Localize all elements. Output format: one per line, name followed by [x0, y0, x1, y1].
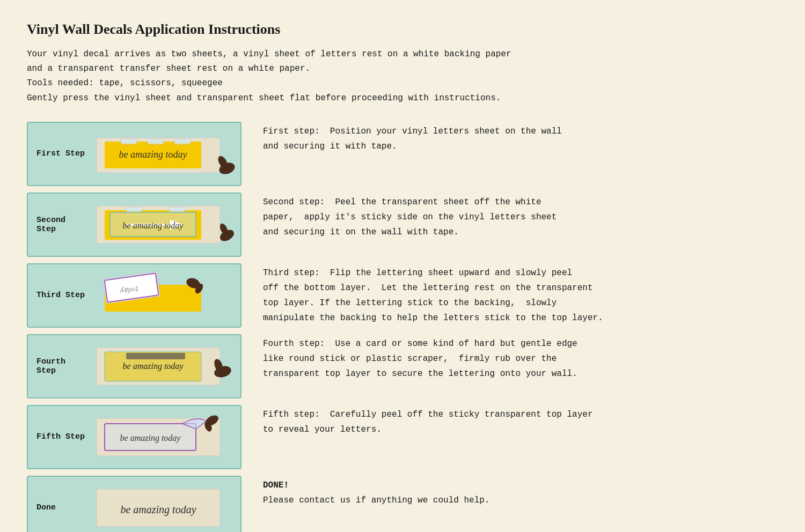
step-1-text: First step: Position your vinyl letters … — [263, 122, 778, 154]
step-row-5: Fifth Step be amazing today Fift — [27, 405, 778, 469]
svg-text:be amazing today: be amazing today — [120, 433, 181, 443]
step-1-illustration: First Step be amazing today — [27, 122, 241, 186]
page-title: Vinyl Wall Decals Application Instructio… — [27, 21, 778, 38]
step-2-visual: be amazing today — [94, 199, 239, 250]
svg-rect-27 — [126, 353, 185, 359]
svg-rect-4 — [174, 139, 191, 144]
step-row-3: Third Step ʎɐpoʇ Third step: Fl — [27, 263, 778, 328]
step-3-illustration: Third Step ʎɐpoʇ — [27, 263, 241, 328]
step-4-text: Fourth step: Use a card or some kind of … — [263, 334, 778, 381]
step-4-illustration: Fourth Step be amazing today — [27, 334, 241, 398]
svg-rect-2 — [121, 139, 137, 144]
step-done-label: Done — [36, 503, 87, 512]
step-5-text: Fifth step: Carefully peel off the stick… — [263, 405, 778, 437]
step-5-illustration: Fifth Step be amazing today — [27, 405, 241, 469]
intro-paragraph: Your vinyl decal arrives as two sheets, … — [27, 47, 778, 106]
step-row-2: Second Step — [27, 193, 778, 257]
step-4-label: Fourth Step — [36, 357, 87, 375]
step-3-visual: ʎɐpoʇ — [94, 270, 239, 321]
step-1-visual: be amazing today — [94, 128, 239, 180]
svg-text:be amazing today: be amazing today — [123, 221, 184, 231]
step-3-text: Third step: Flip the lettering sheet upw… — [263, 263, 778, 326]
svg-rect-3 — [148, 139, 164, 144]
step-done-illustration: Done be amazing today — [27, 476, 241, 532]
step-4-visual: be amazing today — [94, 341, 239, 392]
step-2-text: Second step: Peel the transparent sheet … — [263, 193, 778, 240]
svg-rect-13 — [126, 207, 142, 212]
step-done-visual: be amazing today — [94, 482, 239, 532]
svg-rect-14 — [169, 207, 185, 212]
svg-text:be amazing today: be amazing today — [123, 361, 184, 371]
svg-text:be amazing today: be amazing today — [120, 504, 196, 516]
steps-list: First Step be amazing today — [27, 122, 778, 532]
step-5-label: Fifth Step — [36, 432, 87, 441]
step-1-label: First Step — [36, 149, 87, 158]
step-row-done: Done be amazing today DONE!Please contac… — [27, 476, 778, 532]
step-row-1: First Step be amazing today — [27, 122, 778, 186]
step-5-visual: be amazing today — [94, 411, 239, 463]
svg-text:be amazing today: be amazing today — [119, 149, 187, 160]
step-3-label: Third Step — [36, 291, 87, 300]
step-2-illustration: Second Step — [27, 193, 241, 257]
step-2-label: Second Step — [36, 216, 87, 234]
step-row-4: Fourth Step be amazing today — [27, 334, 778, 398]
step-done-text: DONE!Please contact us if anything we co… — [263, 476, 778, 508]
